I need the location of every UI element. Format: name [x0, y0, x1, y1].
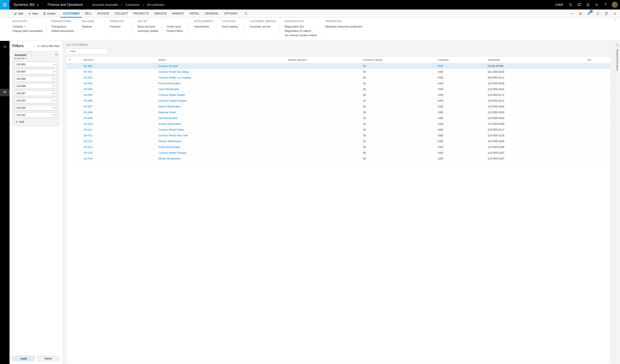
cell[interactable]: 30 — [361, 133, 436, 138]
cell[interactable]: USD — [435, 98, 485, 104]
popout-button[interactable] — [603, 10, 610, 17]
table-row[interactable]: US-007Desert Wholesales30USD123-555-0162 — [66, 104, 610, 109]
filter-value-lookup-button[interactable]: ▼ — [53, 90, 57, 96]
cell[interactable]: 30 — [361, 92, 436, 98]
tab-collect[interactable]: COLLECT — [112, 10, 130, 17]
table-row[interactable]: US-002Contoso Retail Los Angeles30USD123… — [66, 75, 610, 81]
cell[interactable] — [66, 133, 81, 138]
cell[interactable] — [66, 150, 81, 156]
hamburger-menu-button[interactable] — [0, 43, 10, 50]
cell[interactable]: Contoso Retail Seattle — [156, 92, 286, 98]
grid-horizontal-scroll[interactable] — [66, 363, 610, 364]
cell[interactable] — [585, 121, 610, 127]
cell[interactable]: USD — [435, 86, 485, 92]
cell[interactable] — [286, 156, 361, 161]
delete-button[interactable]: Delete — [41, 11, 58, 16]
cell[interactable] — [585, 92, 610, 98]
ribbon-item[interactable]: Forecast — [110, 24, 129, 29]
cell[interactable]: Owl Wholesales — [156, 115, 286, 121]
office-button[interactable] — [577, 10, 584, 17]
cell[interactable]: Contoso Retail Chicago — [156, 150, 286, 156]
cell[interactable] — [585, 144, 610, 150]
cell[interactable] — [585, 98, 610, 104]
cell[interactable]: 123-555-0116 — [486, 133, 586, 138]
product-switcher[interactable]: Dynamics 365 ▼ — [10, 0, 43, 10]
cell[interactable]: EUR — [435, 63, 485, 69]
cell[interactable] — [585, 86, 610, 92]
cell[interactable] — [585, 69, 610, 75]
cell[interactable]: 30 — [361, 156, 436, 161]
cell[interactable]: USD — [435, 115, 485, 121]
column-header[interactable]: Currency — [435, 57, 485, 63]
cell[interactable]: US-011 — [81, 127, 156, 133]
cell[interactable]: US-012 — [81, 133, 156, 138]
cell[interactable] — [66, 92, 81, 98]
cell[interactable]: 10 — [361, 98, 436, 104]
table-row[interactable]: US-008Sparrow Retail30USD123-555-0163 — [66, 109, 610, 115]
ribbon-item[interactable]: Attachments — [194, 24, 214, 29]
cell[interactable]: 10 — [361, 138, 436, 144]
cell[interactable]: US-001 — [81, 69, 156, 75]
cell[interactable]: Sparrow Retail — [156, 109, 286, 115]
cell[interactable]: Contoso Retail Portland — [156, 98, 286, 104]
cell[interactable]: 30 — [361, 144, 436, 150]
cell[interactable] — [286, 92, 361, 98]
tab-invoice[interactable]: INVOICE — [95, 10, 112, 17]
grid-vertical-scroll[interactable]: Account↑NameInvoice accountCustomer grou… — [66, 57, 610, 363]
table-row[interactable]: US-014Grebe Wholesales30USD123-555-0180 — [66, 144, 610, 150]
messages-button[interactable] — [576, 0, 583, 10]
cell[interactable]: 123-555-0163 — [486, 109, 586, 115]
refresh-button[interactable] — [594, 10, 601, 17]
filter-value-input[interactable] — [15, 105, 53, 111]
filter-value-input[interactable] — [15, 112, 53, 118]
column-header[interactable] — [66, 57, 81, 63]
ribbon-item[interactable]: Electronic document properties — [325, 24, 362, 29]
cell[interactable] — [585, 150, 610, 156]
cell[interactable]: 123-555-0167 — [486, 156, 586, 161]
cell[interactable]: USD — [435, 133, 485, 138]
cell[interactable]: US-015 — [81, 150, 156, 156]
cell[interactable]: 10 — [361, 81, 436, 86]
new-button[interactable]: New — [26, 11, 40, 16]
filter-value-lookup-button[interactable]: ▼ — [53, 76, 57, 82]
cell[interactable]: Forest Wholesales — [156, 81, 286, 86]
ribbon-item[interactable]: Bank accounts — [138, 24, 158, 29]
cell[interactable] — [585, 115, 610, 121]
cell[interactable]: Contoso Retail New York — [156, 133, 286, 138]
cell[interactable]: USD — [435, 92, 485, 98]
column-header[interactable]: Telephone — [486, 57, 586, 63]
ribbon-item[interactable]: Credit cards — [167, 24, 186, 29]
cell[interactable]: US-016 — [81, 156, 156, 161]
cell[interactable]: 30 — [361, 150, 436, 156]
table-row[interactable]: US-006Contoso Retail Portland10USD123-55… — [66, 98, 610, 104]
ribbon-item[interactable]: Tax exempt number search — [285, 33, 317, 37]
cell[interactable]: US-008 — [81, 109, 156, 115]
cell[interactable]: USD — [435, 81, 485, 86]
cell[interactable]: 123-555-0187 — [486, 150, 586, 156]
table-row[interactable]: US-013Pelican Wholesales10USD123-555-016… — [66, 138, 610, 144]
cell[interactable] — [66, 109, 81, 115]
filter-value-input[interactable] — [15, 90, 53, 96]
cell[interactable]: 123-555-0172 — [486, 92, 586, 98]
table-row[interactable]: US-001Contoso Retail San Diego30USD321-5… — [66, 69, 610, 75]
filter-value-input[interactable] — [15, 61, 53, 67]
cell[interactable]: USD — [435, 138, 485, 144]
cell[interactable]: 123-555-0164 — [486, 115, 586, 121]
filter-value-lookup-button[interactable]: ▼ — [53, 69, 57, 74]
cell[interactable]: US-009 — [81, 115, 156, 121]
tab-options[interactable]: OPTIONS — [222, 10, 240, 17]
tab-market[interactable]: MARKET — [170, 10, 187, 17]
cell[interactable]: Grebe Wholesales — [156, 144, 286, 150]
cell[interactable]: US-014 — [81, 144, 156, 150]
cell[interactable] — [66, 127, 81, 133]
cell[interactable] — [286, 63, 361, 69]
cell[interactable]: USD — [435, 156, 485, 161]
cell[interactable]: US-004 — [81, 86, 156, 92]
add-filter-field-button[interactable]: Add a filter field — [37, 44, 59, 47]
filter-value-input[interactable] — [15, 83, 53, 89]
cell[interactable]: 123-555-0112 — [486, 98, 586, 104]
cell[interactable]: 10 — [361, 86, 436, 92]
cell[interactable] — [585, 133, 610, 138]
cell[interactable] — [66, 75, 81, 81]
cell[interactable]: USD — [435, 75, 485, 81]
